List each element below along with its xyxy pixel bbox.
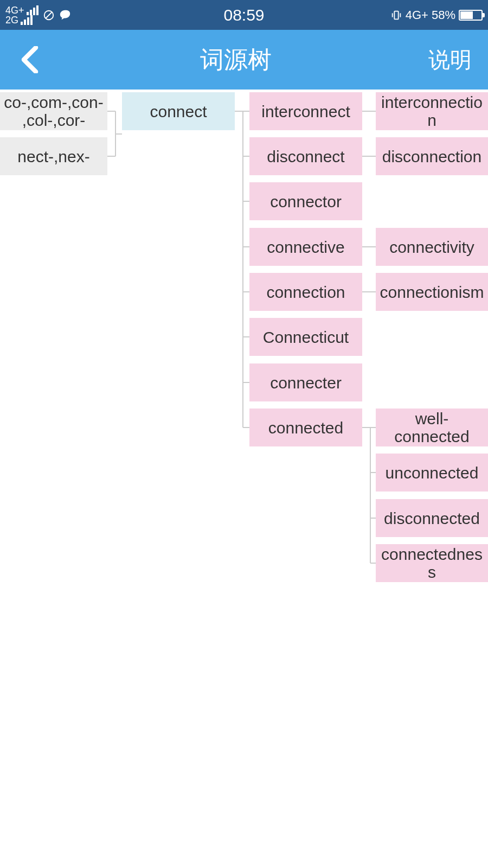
battery-percent: 58%	[432, 8, 455, 22]
nav-bar: 词源树 说明	[0, 30, 488, 90]
do-not-disturb-icon	[43, 9, 55, 21]
chevron-left-icon	[20, 46, 40, 73]
svg-line-1	[46, 12, 52, 18]
node-connectionism[interactable]: connectionism	[376, 273, 488, 311]
help-button[interactable]: 说明	[428, 45, 472, 75]
node-connecticut[interactable]: Connecticut	[249, 318, 362, 356]
node-connectedness[interactable]: connectedness	[376, 544, 488, 582]
message-icon	[59, 9, 71, 21]
node-interconnect[interactable]: interconnect	[249, 92, 362, 130]
node-connected[interactable]: connected	[249, 409, 362, 446]
node-connector[interactable]: connector	[249, 182, 362, 220]
node-connective[interactable]: connective	[249, 228, 362, 266]
node-root-stem[interactable]: nect-,nex-	[0, 137, 107, 175]
clock: 08:59	[223, 6, 264, 24]
signal-bars-icon	[27, 5, 38, 15]
node-unconnected[interactable]: unconnected	[376, 454, 488, 492]
node-connect[interactable]: connect	[122, 92, 235, 130]
page-title: 词源树	[200, 44, 272, 76]
node-disconnection[interactable]: disconnection	[376, 137, 488, 175]
node-disconnected[interactable]: disconnected	[376, 499, 488, 537]
status-right: 4G+ 58%	[390, 8, 483, 22]
network-2-label: 2G	[5, 15, 18, 25]
node-well-connected[interactable]: well-connected	[376, 409, 488, 446]
status-bar: 4G+ 2G 08:59 4G+ 58%	[0, 0, 488, 30]
node-connectivity[interactable]: connectivity	[376, 228, 488, 266]
signal-bars-icon	[21, 15, 33, 25]
vibrate-icon	[390, 9, 402, 21]
node-connection[interactable]: connection	[249, 273, 362, 311]
network-1-label: 4G+	[5, 5, 24, 15]
status-left: 4G+ 2G	[5, 5, 71, 25]
node-disconnect[interactable]: disconnect	[249, 137, 362, 175]
signal-indicators: 4G+ 2G	[5, 5, 38, 25]
network-3-label: 4G+	[406, 8, 428, 22]
battery-icon	[459, 10, 483, 21]
back-button[interactable]	[16, 46, 43, 73]
node-root-prefix[interactable]: co-,com-,con-,col-,cor-	[0, 92, 107, 130]
etymology-tree[interactable]: co-,com-,con-,col-,cor- nect-,nex- conne…	[0, 90, 488, 868]
node-connecter[interactable]: connecter	[249, 363, 362, 401]
node-interconnection[interactable]: interconnection	[376, 92, 488, 130]
svg-rect-2	[394, 11, 398, 19]
